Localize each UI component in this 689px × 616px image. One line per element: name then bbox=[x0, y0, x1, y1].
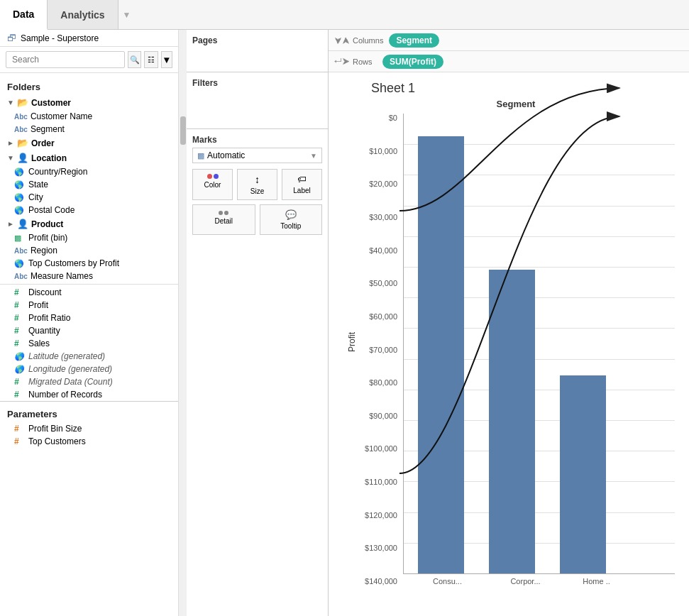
field-measure-names-label: Measure Names bbox=[31, 271, 93, 281]
field-top-customers[interactable]: 🌎 Top Customers by Profit bbox=[0, 257, 178, 270]
chart-container: Profit Segment $140,000 $130,000 $120,00… bbox=[329, 99, 689, 600]
folder-location-label: Location bbox=[31, 153, 67, 163]
chevron-right-icon: ► bbox=[7, 139, 14, 147]
mark-color-btn[interactable]: Color bbox=[192, 169, 233, 200]
field-customer-name[interactable]: Abc Customer Name bbox=[0, 110, 178, 123]
x-axis-labels: Consu... Corpor... Home .. bbox=[403, 574, 675, 585]
folder-product-label: Product bbox=[31, 219, 63, 229]
sort-dropdown-button[interactable]: ▼ bbox=[161, 51, 172, 68]
folder-customer-label: Customer bbox=[31, 98, 71, 108]
field-postal-code[interactable]: 🌎 Postal Code bbox=[0, 204, 178, 216]
hash-icon-profit: # bbox=[14, 300, 26, 310]
field-profit-bin[interactable]: ▩ Profit (bin) bbox=[0, 231, 178, 244]
globe-icon-city: 🌎 bbox=[14, 193, 26, 202]
globe-icon-longitude: 🌎 bbox=[14, 365, 26, 374]
x-label-corporate: Corpor... bbox=[502, 577, 549, 585]
detail-icon bbox=[219, 209, 228, 215]
search-bar: 🔍 ☷ ▼ bbox=[0, 47, 178, 73]
param-profit-bin-size[interactable]: # Profit Bin Size bbox=[0, 422, 178, 435]
middle-panel: Pages Filters Marks ▩ Automatic ▼ bbox=[187, 30, 329, 616]
grid-view-button[interactable]: ☷ bbox=[144, 51, 158, 68]
field-migrated-data[interactable]: # Migrated Data (Count) bbox=[0, 375, 178, 388]
field-quantity-label: Quantity bbox=[28, 326, 60, 336]
field-segment[interactable]: Abc Segment bbox=[0, 123, 178, 136]
field-profit-label: Profit bbox=[28, 300, 48, 310]
tab-analytics[interactable]: Analytics bbox=[48, 0, 118, 29]
field-country-region[interactable]: 🌎 Country/Region bbox=[0, 165, 178, 178]
bar-corporate[interactable] bbox=[489, 270, 535, 573]
field-quantity[interactable]: # Quantity bbox=[0, 324, 178, 337]
datasource-label: Sample - Superstore bbox=[21, 33, 99, 43]
marks-buttons-grid: Color ↕ Size 🏷 Label bbox=[192, 169, 322, 200]
rows-shelf-label: ⮠⮞ Rows bbox=[334, 57, 377, 66]
mark-tooltip-btn[interactable]: 💬 Tooltip bbox=[260, 204, 323, 235]
field-region[interactable]: Abc Region bbox=[0, 244, 178, 257]
columns-shelf-icon: ⮟⮝ bbox=[334, 36, 350, 45]
field-latitude[interactable]: 🌎 Latitude (generated) bbox=[0, 350, 178, 363]
field-top-customers-label: Top Customers by Profit bbox=[28, 258, 119, 268]
field-country-label: Country/Region bbox=[28, 167, 87, 177]
abc-icon-2: Abc bbox=[14, 126, 28, 133]
tab-options-btn[interactable]: ▼ bbox=[118, 0, 136, 29]
hash-icon-records: # bbox=[14, 390, 26, 400]
field-sales[interactable]: # Sales bbox=[0, 337, 178, 350]
folder-order-label: Order bbox=[31, 138, 55, 148]
bar-home-office[interactable] bbox=[560, 375, 606, 573]
field-profit[interactable]: # Profit bbox=[0, 299, 178, 312]
marks-section: Marks ▩ Automatic ▼ Color ↕ bbox=[187, 129, 328, 616]
scrollbar[interactable] bbox=[178, 30, 187, 616]
mark-size-btn[interactable]: ↕ Size bbox=[237, 169, 277, 200]
folder-order[interactable]: ► 📂 Order bbox=[0, 136, 178, 150]
field-state[interactable]: 🌎 State bbox=[0, 178, 178, 191]
field-customer-name-label: Customer Name bbox=[31, 111, 92, 121]
bars-container: Consu... Corpor... Home .. bbox=[403, 114, 675, 585]
sheet-title: Sheet 1 bbox=[329, 72, 689, 99]
mark-detail-btn[interactable]: Detail bbox=[192, 204, 255, 235]
marks-label: Marks bbox=[192, 135, 322, 145]
data-pane: Folders ▼ 📂 Customer Abc Customer Name A… bbox=[0, 73, 178, 616]
hash-icon-profit-ratio: # bbox=[14, 313, 26, 323]
folder-icon: 📂 bbox=[17, 97, 28, 108]
field-sales-label: Sales bbox=[28, 339, 50, 348]
parameters-header: Parameters bbox=[0, 406, 178, 422]
hash-icon-param1: # bbox=[14, 424, 26, 434]
search-button[interactable]: 🔍 bbox=[128, 51, 141, 68]
abc-icon: Abc bbox=[14, 113, 28, 121]
globe-icon-postal: 🌎 bbox=[14, 206, 26, 215]
folder-location[interactable]: ▼ 👤 Location bbox=[0, 150, 178, 165]
marks-type-dropdown[interactable]: ▩ Automatic ▼ bbox=[192, 148, 322, 163]
datasource-row: 🗗 Sample - Superstore bbox=[0, 30, 178, 47]
filters-section: Filters bbox=[187, 72, 328, 129]
bar-consumer[interactable] bbox=[418, 136, 464, 573]
param-top-customers-label: Top Customers bbox=[28, 436, 86, 446]
chevron-down-icon: ▼ bbox=[7, 99, 14, 106]
field-region-label: Region bbox=[31, 246, 57, 255]
sheet-area: Sheet 1 Profit Segment $140,000 $130,000… bbox=[329, 72, 689, 616]
rows-pill-sum-profit[interactable]: SUM(Profit) bbox=[382, 55, 443, 69]
search-input[interactable] bbox=[6, 51, 125, 68]
folder-product-icon: 👤 bbox=[17, 219, 28, 229]
field-city[interactable]: 🌎 City bbox=[0, 191, 178, 204]
folder-product[interactable]: ► 👤 Product bbox=[0, 216, 178, 231]
hash-icon-param2: # bbox=[14, 436, 26, 446]
folder-customer[interactable]: ▼ 📂 Customer bbox=[0, 95, 178, 110]
field-profit-ratio[interactable]: # Profit Ratio bbox=[0, 312, 178, 324]
columns-pill-segment[interactable]: Segment bbox=[389, 33, 439, 48]
x-label-consumer: Consu... bbox=[417, 577, 478, 585]
filters-label: Filters bbox=[192, 78, 322, 88]
folders-header: Folders bbox=[0, 79, 178, 95]
hash-icon-sales: # bbox=[14, 339, 26, 348]
x-label-home: Home .. bbox=[573, 577, 619, 585]
field-measure-names[interactable]: Abc Measure Names bbox=[0, 270, 178, 282]
globe-icon-state: 🌎 bbox=[14, 180, 26, 189]
field-discount[interactable]: # Discount bbox=[0, 286, 178, 299]
hash-icon-migrated: # bbox=[14, 377, 26, 387]
field-profit-bin-label: Profit (bin) bbox=[28, 233, 67, 243]
param-top-customers[interactable]: # Top Customers bbox=[0, 435, 178, 448]
tab-data[interactable]: Data bbox=[0, 0, 48, 30]
field-number-records[interactable]: # Number of Records bbox=[0, 388, 178, 401]
field-longitude[interactable]: 🌎 Longitude (generated) bbox=[0, 363, 178, 375]
folder-location-icon: 👤 bbox=[17, 153, 28, 163]
mark-label-btn[interactable]: 🏷 Label bbox=[282, 169, 322, 200]
scroll-thumb[interactable] bbox=[180, 116, 186, 145]
